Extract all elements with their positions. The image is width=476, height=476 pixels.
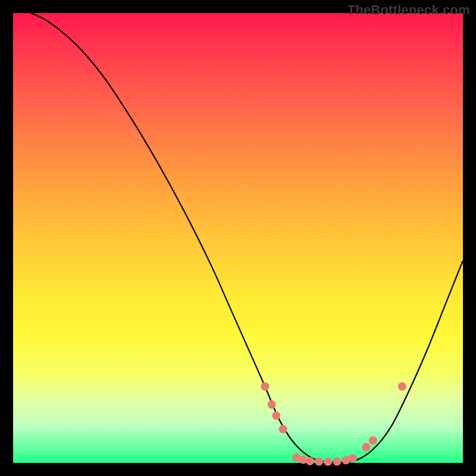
data-marker xyxy=(398,383,406,391)
data-marker xyxy=(268,400,276,409)
bottleneck-curve xyxy=(31,13,463,462)
data-marker xyxy=(261,383,269,391)
data-marker xyxy=(349,454,357,462)
marker-group xyxy=(261,383,406,466)
data-marker xyxy=(333,458,341,466)
data-marker xyxy=(306,457,314,465)
data-marker xyxy=(279,425,287,433)
data-marker xyxy=(369,436,377,444)
data-marker xyxy=(362,443,371,452)
chart-area xyxy=(13,13,463,463)
data-marker xyxy=(324,458,332,466)
data-marker xyxy=(272,412,280,420)
data-marker xyxy=(315,458,323,466)
plot-svg xyxy=(13,13,463,463)
watermark-text: TheBottleneck.com xyxy=(347,2,470,18)
